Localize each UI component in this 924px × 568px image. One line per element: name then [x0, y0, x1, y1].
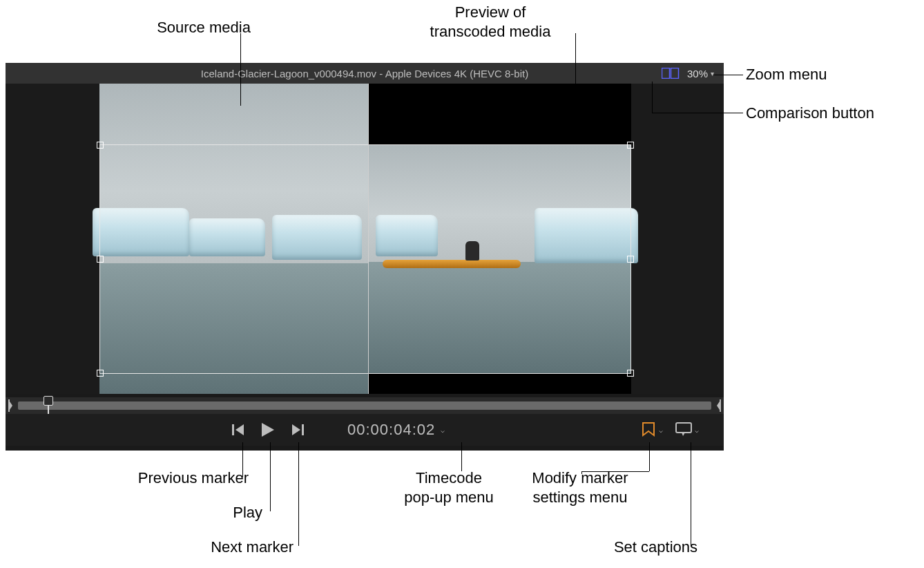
in-point-icon[interactable] — [8, 399, 15, 412]
crop-handle[interactable] — [627, 142, 634, 149]
callout-modify-marker: Modify marker settings menu — [511, 468, 649, 507]
previous-marker-button[interactable] — [231, 423, 245, 437]
viewer[interactable] — [6, 84, 724, 394]
crop-handle[interactable] — [97, 370, 104, 377]
callout-prev-marker: Previous marker — [97, 468, 249, 488]
control-bar: 00:00:04:02 ⌵ ⌵ ⌵ — [6, 414, 724, 446]
zoom-value: 30% — [687, 68, 708, 79]
preview-window: Iceland-Glacier-Lagoon_v000494.mov - App… — [6, 63, 724, 451]
play-icon — [260, 422, 276, 438]
play-button[interactable] — [260, 422, 276, 438]
svg-rect-10 — [302, 424, 304, 435]
chevron-down-icon: ⌵ — [695, 426, 699, 434]
svg-rect-5 — [720, 399, 721, 412]
callout-captions: Set captions — [580, 538, 697, 557]
set-captions-menu[interactable]: ⌵ — [675, 422, 699, 437]
zoom-menu[interactable]: 30% ▾ — [687, 68, 714, 79]
chevron-down-icon: ⌵ — [441, 426, 445, 434]
svg-rect-3 — [8, 399, 10, 412]
svg-marker-8 — [262, 423, 274, 437]
callout-compare: Comparison button — [746, 104, 874, 123]
comparison-icon — [662, 68, 680, 79]
out-point-icon[interactable] — [714, 399, 721, 412]
timecode-value: 00:00:04:02 — [347, 421, 435, 439]
crop-frame[interactable] — [99, 144, 631, 374]
svg-rect-11 — [676, 423, 691, 433]
next-marker-icon — [291, 423, 305, 437]
svg-rect-1 — [671, 68, 678, 79]
modify-marker-menu[interactable]: ⌵ — [641, 422, 663, 438]
caption-icon — [675, 422, 692, 437]
svg-marker-7 — [235, 424, 244, 435]
crop-handle[interactable] — [627, 370, 634, 377]
timecode-menu[interactable]: 00:00:04:02 ⌵ — [347, 421, 445, 439]
comparison-button[interactable] — [661, 66, 680, 80]
svg-rect-6 — [232, 424, 234, 435]
callout-source-media: Source media — [142, 18, 266, 37]
previous-marker-icon — [231, 423, 245, 437]
crop-handle[interactable] — [627, 256, 634, 263]
svg-marker-9 — [292, 424, 300, 435]
svg-rect-0 — [662, 68, 669, 79]
next-marker-button[interactable] — [291, 423, 305, 437]
callout-transcoded: Preview of transcoded media — [401, 3, 580, 41]
titlebar-filename: Iceland-Glacier-Lagoon_v000494.mov - App… — [6, 68, 724, 79]
scrub-track[interactable] — [18, 401, 711, 410]
titlebar: Iceland-Glacier-Lagoon_v000494.mov - App… — [6, 63, 724, 84]
crop-handle[interactable] — [97, 256, 104, 263]
playhead[interactable] — [44, 396, 53, 415]
marker-icon — [641, 422, 656, 438]
crop-handle[interactable] — [97, 142, 104, 149]
chevron-down-icon: ▾ — [711, 70, 714, 77]
callout-zoom: Zoom menu — [746, 65, 827, 84]
comparison-divider[interactable] — [368, 84, 369, 394]
timeline-scrub[interactable] — [6, 397, 724, 414]
chevron-down-icon: ⌵ — [659, 426, 663, 434]
callout-play: Play — [200, 503, 262, 522]
svg-marker-12 — [682, 433, 685, 436]
callout-next-marker: Next marker — [176, 538, 293, 557]
